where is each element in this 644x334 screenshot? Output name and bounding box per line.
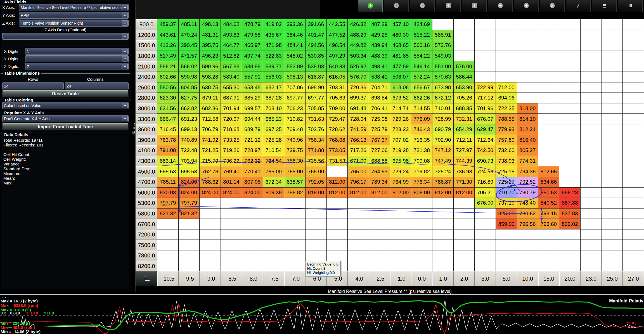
table-cell[interactable] bbox=[306, 240, 327, 250]
table-cell[interactable]: 580.56 bbox=[157, 82, 179, 93]
table-cell[interactable]: 697.77 bbox=[306, 93, 327, 103]
table-cell[interactable] bbox=[157, 250, 179, 261]
table-cell[interactable]: 679.11 bbox=[200, 93, 221, 103]
table-cell[interactable]: 401.47 bbox=[306, 30, 327, 41]
table-cell[interactable]: 618.87 bbox=[306, 72, 327, 82]
table-cell[interactable] bbox=[496, 61, 517, 72]
table-cell[interactable]: 705.26 bbox=[454, 93, 475, 103]
populate-axis-dropdown[interactable]: Don't Generate X & Y Axis bbox=[2, 115, 129, 122]
table-cell[interactable]: 784.38 bbox=[517, 166, 538, 177]
table-cell[interactable]: 748.40 bbox=[517, 198, 538, 209]
table-cell[interactable]: 576.00 bbox=[454, 61, 475, 72]
resize-table-button[interactable]: Resize Table bbox=[2, 90, 129, 97]
z-axis-delta-dropdown[interactable] bbox=[2, 33, 129, 40]
table-cell[interactable]: 798.15 bbox=[538, 209, 560, 219]
table-cell[interactable] bbox=[327, 209, 348, 219]
table-cell[interactable]: 506.07 bbox=[390, 72, 411, 82]
table-cell[interactable]: 503.34 bbox=[348, 51, 369, 61]
table-cell[interactable]: 552.89 bbox=[284, 61, 306, 72]
table-cell[interactable]: 774.31 bbox=[517, 156, 538, 167]
table-cell[interactable]: 687.91 bbox=[221, 93, 242, 103]
z-axis-dropdown[interactable]: Tumble Valve Position Sensor Right bbox=[19, 20, 129, 27]
table-cell[interactable] bbox=[623, 209, 644, 219]
table-cell[interactable] bbox=[411, 209, 432, 219]
column-header[interactable]: -1.0 bbox=[390, 271, 411, 286]
table-cell[interactable] bbox=[623, 51, 644, 61]
column-header[interactable]: -8.5 bbox=[221, 271, 242, 286]
toolbar-button-slash[interactable] bbox=[566, 0, 591, 12]
table-cell[interactable] bbox=[581, 240, 602, 250]
table-cell[interactable]: 814.10 bbox=[517, 114, 538, 124]
table-cell[interactable] bbox=[390, 261, 411, 272]
table-cell[interactable]: 699.57 bbox=[242, 103, 263, 114]
table-cell[interactable]: 539.77 bbox=[263, 61, 284, 72]
row-header[interactable]: 6700.0 bbox=[136, 219, 157, 229]
row-header[interactable]: 1500.0 bbox=[136, 40, 157, 51]
table-cell[interactable]: 598.13 bbox=[284, 72, 306, 82]
row-header[interactable]: 7500.0 bbox=[136, 240, 157, 250]
table-cell[interactable]: 780.79 bbox=[517, 188, 538, 198]
table-cell[interactable]: 384.46 bbox=[284, 30, 306, 41]
table-cell[interactable]: 627.75 bbox=[179, 93, 200, 103]
table-cell[interactable] bbox=[559, 19, 581, 30]
table-cell[interactable] bbox=[390, 198, 411, 209]
table-cell[interactable]: 698.84 bbox=[369, 93, 390, 103]
table-cell[interactable] bbox=[390, 229, 411, 240]
table-cell[interactable]: 742.50 bbox=[475, 145, 496, 156]
table-cell[interactable]: 590.96 bbox=[200, 61, 221, 72]
table-cell[interactable]: 673.98 bbox=[432, 82, 454, 93]
table-cell[interactable]: 738.93 bbox=[496, 156, 517, 167]
table-cell[interactable]: 729.24 bbox=[390, 166, 411, 177]
table-cell[interactable]: 496.23 bbox=[200, 51, 221, 61]
row-header[interactable]: 1800.0 bbox=[136, 51, 157, 61]
table-cell[interactable] bbox=[475, 261, 496, 272]
table-cell[interactable]: 789.34 bbox=[369, 177, 390, 188]
table-cell[interactable]: 616.05 bbox=[327, 72, 348, 82]
row-header[interactable]: 2600.0 bbox=[136, 82, 157, 93]
table-cell[interactable] bbox=[538, 51, 560, 61]
table-cell[interactable] bbox=[348, 229, 369, 240]
table-cell[interactable]: 788.55 bbox=[496, 114, 517, 124]
table-cell[interactable]: 393.36 bbox=[284, 19, 306, 30]
table-cell[interactable]: 812.00 bbox=[454, 188, 475, 198]
table-cell[interactable] bbox=[200, 198, 221, 209]
table-cell[interactable] bbox=[348, 209, 369, 219]
table-cell[interactable]: 736.22 bbox=[221, 156, 242, 167]
row-header[interactable]: 7200.0 bbox=[136, 229, 157, 240]
table-cell[interactable] bbox=[559, 72, 581, 82]
row-header[interactable]: 900.0 bbox=[136, 19, 157, 30]
table-cell[interactable]: 716.45 bbox=[157, 124, 179, 135]
table-cell[interactable] bbox=[538, 30, 560, 41]
table-cell[interactable]: 744.39 bbox=[454, 156, 475, 167]
table-cell[interactable] bbox=[454, 40, 475, 51]
table-cell[interactable]: 682.36 bbox=[200, 103, 221, 114]
table-cell[interactable]: 723.23 bbox=[390, 124, 411, 135]
table-cell[interactable]: 725.27 bbox=[496, 177, 517, 188]
table-cell[interactable] bbox=[581, 51, 602, 61]
table-cell[interactable] bbox=[348, 198, 369, 209]
table-cell[interactable] bbox=[475, 51, 496, 61]
table-cell[interactable]: 721.12 bbox=[242, 135, 263, 146]
table-cell[interactable] bbox=[369, 229, 390, 240]
table-cell[interactable] bbox=[454, 229, 475, 240]
table-cell[interactable]: 426.32 bbox=[348, 19, 369, 30]
column-header[interactable]: 27.0 bbox=[623, 271, 644, 286]
table-cell[interactable] bbox=[390, 209, 411, 219]
table-cell[interactable] bbox=[602, 177, 623, 188]
table-cell[interactable] bbox=[179, 229, 200, 240]
table-cell[interactable]: 557.91 bbox=[242, 72, 263, 82]
axis-corner-icon[interactable] bbox=[136, 271, 157, 286]
table-cell[interactable]: 727.97 bbox=[454, 145, 475, 156]
table-cell[interactable] bbox=[581, 30, 602, 41]
table-cell[interactable] bbox=[432, 19, 454, 30]
table-cell[interactable]: 779.93 bbox=[496, 124, 517, 135]
table-cell[interactable]: 484.41 bbox=[284, 40, 306, 51]
column-header[interactable]: -2.5 bbox=[369, 271, 390, 286]
table-cell[interactable]: 715.79 bbox=[200, 156, 221, 167]
table-cell[interactable] bbox=[623, 240, 644, 250]
table-cell[interactable]: 705.63 bbox=[327, 93, 348, 103]
toolbar-button-circle-plus[interactable] bbox=[514, 0, 539, 12]
table-cell[interactable]: 764.93 bbox=[369, 166, 390, 177]
table-cell[interactable]: 792.52 bbox=[517, 177, 538, 188]
table-cell[interactable] bbox=[581, 124, 602, 135]
